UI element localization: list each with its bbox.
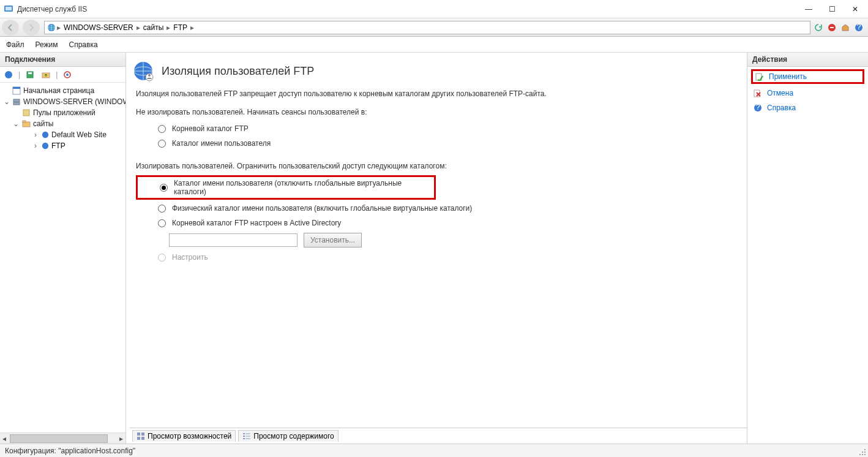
svg-rect-33 (243, 436, 245, 437)
svg-rect-1 (6, 7, 12, 10)
home-page-icon (12, 86, 21, 95)
stop-icon[interactable] (826, 22, 837, 33)
breadcrumb-ftp[interactable]: FTP (171, 23, 189, 32)
radio-custom: Настроить (136, 250, 741, 265)
radio-active-directory[interactable]: Корневой каталог FTP настроен в Active D… (136, 216, 741, 230)
window-controls: — ☐ ✕ (804, 5, 864, 13)
home-icon[interactable] (840, 22, 851, 33)
collapse-icon[interactable]: ⌄ (4, 97, 10, 106)
help-icon: ? (754, 104, 762, 112)
set-button[interactable]: Установить... (304, 233, 362, 247)
svg-rect-36 (245, 438, 250, 439)
pool-icon (22, 108, 31, 117)
radio-physical-label: Физический каталог имени пользователя (в… (172, 204, 472, 213)
chevron-right-icon: ▸ (57, 23, 61, 32)
actions-panel: Действия Применить Отмена ? Справка (747, 53, 868, 444)
menu-file[interactable]: Файл (6, 40, 24, 49)
radio-ftp-root[interactable]: Корневой каталог FTP (136, 121, 741, 136)
svg-rect-27 (137, 432, 140, 436)
svg-rect-29 (137, 437, 140, 440)
scrollbar-thumb[interactable] (10, 434, 108, 443)
expand-icon[interactable]: › (32, 130, 39, 139)
svg-point-8 (5, 71, 12, 78)
page-description: Изоляция пользователей FTP запрещает дос… (136, 89, 741, 98)
tab-features-view[interactable]: Просмотр возможностей (132, 430, 236, 442)
group-no-isolate-label: Не изолировать пользователей. Начинать с… (136, 108, 741, 116)
title-bar: Диспетчер служб IIS — ☐ ✕ (0, 0, 868, 18)
close-button[interactable]: ✕ (851, 5, 859, 13)
feature-panel: Изоляция пользователей FTP Изоляция поль… (126, 53, 747, 444)
breadcrumb[interactable]: ▸ WINDOWS-SERVER ▸ сайты ▸ FTP ▸ (44, 21, 810, 34)
breadcrumb-sites[interactable]: сайты (141, 23, 166, 32)
tree-default-site[interactable]: › Default Web Site (1, 129, 124, 140)
svg-rect-35 (243, 438, 245, 439)
svg-point-26 (148, 74, 151, 77)
breadcrumb-server[interactable]: WINDOWS-SERVER (62, 23, 135, 32)
toolbar-separator: | (18, 70, 20, 79)
status-bar: Конфигурация: "applicationHost.config" (0, 444, 868, 457)
globe-icon (42, 142, 49, 149)
action-cancel[interactable]: Отмена (751, 88, 864, 99)
forward-button[interactable] (23, 20, 40, 36)
chevron-right-icon: ▸ (166, 23, 170, 32)
svg-rect-28 (141, 432, 144, 436)
connections-header: Подключения (0, 53, 125, 67)
tree-horizontal-scrollbar[interactable]: ◂ ▸ (0, 432, 125, 444)
collapse-icon[interactable]: ⌄ (12, 119, 20, 128)
resize-grip-icon[interactable] (858, 447, 867, 456)
content-view-icon (242, 432, 251, 440)
svg-point-13 (66, 74, 69, 76)
menu-mode[interactable]: Режим (36, 40, 58, 49)
actions-header: Действия (747, 53, 868, 67)
action-help[interactable]: ? Справка (751, 102, 864, 113)
tree-ftp-site[interactable]: › FTP (1, 140, 124, 151)
apply-icon (755, 72, 764, 81)
back-button[interactable] (2, 20, 19, 36)
actions-list: Применить Отмена ? Справка (747, 67, 868, 116)
expand-icon[interactable]: › (32, 142, 39, 150)
server-icon (12, 97, 21, 106)
refresh-icon[interactable] (813, 22, 824, 33)
help-icon[interactable]: ? (853, 22, 864, 33)
connections-tree[interactable]: Начальная страница ⌄ WINDOWS-SERVER (WIN… (0, 83, 125, 432)
action-cancel-label: Отмена (767, 89, 793, 97)
folder-icon (22, 119, 31, 128)
globe-icon (42, 131, 49, 138)
folder-up-icon[interactable] (40, 69, 52, 81)
tree-app-pools[interactable]: Пулы приложений (1, 107, 124, 118)
work-area: Подключения | | Начальная страница ⌄ WIN… (0, 53, 868, 444)
tab-content-view[interactable]: Просмотр содержимого (238, 430, 338, 442)
tree-start-label: Начальная страница (23, 86, 94, 95)
minimize-button[interactable]: — (804, 5, 813, 13)
radio-icon (158, 205, 166, 213)
svg-rect-30 (141, 437, 144, 440)
globe-icon (47, 23, 56, 32)
radio-icon (158, 125, 166, 133)
radio-ad-label: Корневой каталог FTP настроен в Active D… (172, 219, 341, 227)
group-isolate-label: Изолировать пользователей. Ограничить по… (136, 162, 741, 170)
svg-rect-18 (23, 110, 29, 116)
tree-ftp-label: FTP (51, 142, 65, 150)
radio-username-dir[interactable]: Каталог имени пользователя (136, 136, 741, 151)
tree-start-page[interactable]: Начальная страница (1, 85, 124, 96)
radio-isolate-user-dir[interactable]: Каталог имени пользователя (отключить гл… (136, 175, 436, 200)
radio-icon (158, 219, 166, 227)
action-apply[interactable]: Применить (751, 69, 864, 84)
svg-rect-15 (13, 87, 20, 89)
navigation-bar: ▸ WINDOWS-SERVER ▸ сайты ▸ FTP ▸ ? (0, 18, 868, 37)
radio-physical-dir[interactable]: Физический каталог имени пользователя (в… (136, 201, 741, 216)
scroll-left-icon[interactable]: ◂ (0, 434, 9, 444)
maximize-button[interactable]: ☐ (828, 5, 836, 13)
cancel-icon (754, 89, 762, 97)
tab-content-label: Просмотр содержимого (253, 432, 334, 440)
ad-path-input[interactable] (169, 233, 297, 247)
connect-icon[interactable] (2, 69, 15, 81)
tree-server[interactable]: ⌄ WINDOWS-SERVER (WINDOWS (1, 96, 124, 107)
tree-sites[interactable]: ⌄ сайты (1, 118, 124, 129)
menu-help[interactable]: Справка (69, 40, 98, 49)
chevron-right-icon: ▸ (190, 23, 194, 32)
save-icon[interactable] (24, 69, 36, 81)
scroll-right-icon[interactable]: ▸ (117, 434, 125, 444)
refresh-connections-icon[interactable] (61, 69, 73, 81)
toolbar-separator: | (56, 70, 58, 79)
